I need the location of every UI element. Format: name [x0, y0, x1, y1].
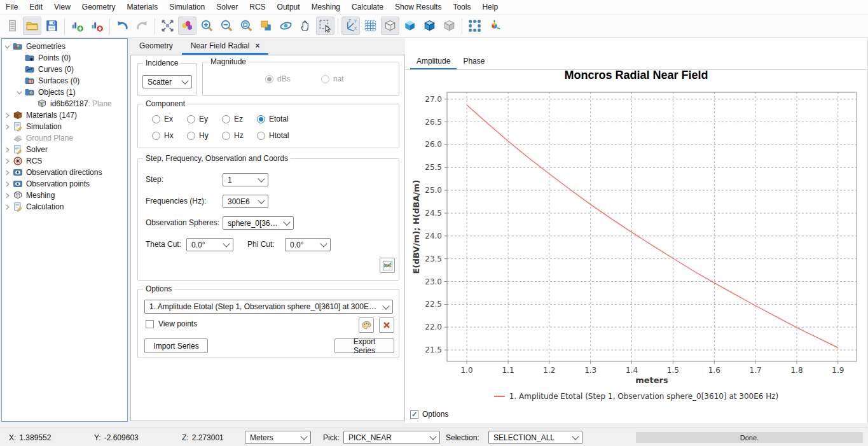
chart-tab-amplitude[interactable]: Amplitude	[410, 54, 457, 69]
chevron-right-icon[interactable]	[2, 147, 12, 153]
menu-meshing[interactable]: Meshing	[306, 3, 346, 11]
chevron-down-icon	[429, 433, 436, 440]
chevron-right-icon[interactable]	[2, 181, 12, 187]
shapes-icon[interactable]	[257, 17, 275, 35]
save-icon[interactable]	[43, 17, 61, 35]
tree-item-observation-points[interactable]: Observation points	[2, 178, 127, 190]
menu-calculate[interactable]: Calculate	[346, 3, 389, 11]
step-select[interactable]: 1	[223, 173, 268, 186]
show-chart-button[interactable]	[380, 258, 395, 273]
chevron-down-icon	[283, 218, 290, 225]
checkbox-checked-icon: ✓	[410, 410, 418, 419]
chevron-right-icon[interactable]	[2, 124, 12, 130]
frequencies-select[interactable]: 300E6	[223, 195, 268, 208]
close-tab-icon[interactable]: ×	[255, 41, 259, 50]
tree-item-materials-147[interactable]: Materials (147)	[2, 109, 127, 121]
menu-edit[interactable]: Edit	[24, 3, 48, 11]
tab-geometry[interactable]: Geometry	[130, 38, 182, 55]
select-icon[interactable]	[316, 17, 334, 35]
selection-select[interactable]: SELECTION_ALL	[488, 431, 582, 444]
component-ez-radio[interactable]: Ez	[222, 115, 257, 123]
tree-item-curves-0[interactable]: Curves (0)	[2, 64, 127, 75]
magnitude-nat-radio[interactable]: nat	[321, 74, 377, 83]
tree-item-surfaces-0[interactable]: Surfaces (0)	[2, 75, 127, 87]
export-series-button[interactable]: Export Series	[334, 338, 394, 353]
manipulator-icon[interactable]	[485, 17, 504, 35]
chevron-down-icon[interactable]	[2, 44, 12, 50]
delete-series-button[interactable]	[379, 317, 394, 333]
menu-tools[interactable]: Tools	[447, 3, 476, 11]
pick-select[interactable]: PICK_NEAR	[343, 431, 440, 444]
chevron-right-icon[interactable]	[2, 193, 12, 199]
open-folder-icon[interactable]	[23, 17, 41, 35]
chevron-right-icon[interactable]	[2, 158, 12, 164]
menu-rcs[interactable]: RCS	[244, 3, 271, 11]
shaded-edges-cube-icon[interactable]	[420, 17, 439, 35]
pan-icon[interactable]	[296, 17, 315, 35]
tree-item-geometries[interactable]: Geometries	[2, 41, 127, 52]
view-points-checkbox[interactable]: View points	[146, 319, 197, 328]
component-hy-radio[interactable]: Hy	[187, 131, 222, 140]
zoom-out-icon[interactable]	[217, 17, 236, 35]
fit-view-icon[interactable]	[158, 17, 177, 35]
tree-item-points-0[interactable]: Points (0)	[2, 52, 127, 64]
component-hx-radio[interactable]: Hx	[152, 131, 187, 140]
chart-tab-phase[interactable]: Phase	[457, 54, 491, 69]
svg-text:27.0: 27.0	[425, 95, 442, 104]
tab-near-field-radial[interactable]: Near Field Radial×	[182, 38, 269, 55]
observation-spheres-select[interactable]: sphere_0[3610]	[223, 216, 294, 230]
menu-solver[interactable]: Solver	[210, 3, 244, 11]
render-solid-icon[interactable]	[178, 17, 196, 35]
menu-show-results[interactable]: Show Results	[389, 3, 447, 11]
units-select[interactable]: Meters	[245, 431, 311, 444]
series-color-button[interactable]	[359, 317, 374, 333]
tree-item-ground-plane[interactable]: Ground Plane	[2, 132, 127, 144]
import-series-button[interactable]: Import Series	[144, 338, 208, 353]
wireframe-cube-icon[interactable]	[381, 17, 399, 35]
menu-help[interactable]: Help	[476, 3, 504, 11]
import-results-icon[interactable]	[68, 17, 86, 35]
redo-icon[interactable]	[133, 17, 151, 35]
hidden-line-cube-icon[interactable]	[440, 17, 458, 35]
undo-icon[interactable]	[113, 17, 132, 35]
series-select[interactable]: 1. Amplitude Etotal (Step 1, Observation…	[144, 300, 393, 314]
phi-cut-select[interactable]: 0.0°	[285, 238, 331, 251]
magnitude-dbs-radio[interactable]: dBs	[265, 74, 321, 83]
menu-view[interactable]: View	[48, 3, 76, 11]
shaded-cube-icon[interactable]	[401, 17, 419, 35]
axes-icon[interactable]: ZYX	[341, 17, 360, 35]
tree-item-rcs[interactable]: RCS	[2, 155, 127, 167]
tree-item-calculation[interactable]: Calculation	[2, 201, 127, 213]
zoom-in-icon[interactable]	[198, 17, 216, 35]
menu-geometry[interactable]: Geometry	[76, 3, 121, 11]
tree-item-id6b62f187[interactable]: id6b62f187 : Plane	[2, 98, 127, 109]
chevron-right-icon[interactable]	[2, 113, 12, 118]
menu-file[interactable]: File	[0, 3, 24, 11]
chevron-right-icon[interactable]	[2, 204, 12, 210]
menu-materials[interactable]: Materials	[121, 3, 164, 11]
tree-item-meshing[interactable]: Meshing	[2, 190, 127, 201]
tree-item-solver[interactable]: Solver	[2, 144, 127, 155]
menu-output[interactable]: Output	[272, 3, 306, 11]
export-results-icon[interactable]	[88, 17, 106, 35]
chevron-down-icon[interactable]	[14, 90, 24, 95]
zoom-window-icon[interactable]	[237, 17, 256, 35]
tree-item-observation-directions[interactable]: Observation directions	[2, 167, 127, 178]
component-etotal-radio[interactable]: Etotal	[257, 115, 289, 123]
theta-cut-select[interactable]: 0.0°	[186, 238, 233, 251]
component-ey-radio[interactable]: Ey	[187, 115, 222, 123]
options-toggle-checkbox[interactable]: ✓ Options	[410, 410, 448, 419]
incidence-select[interactable]: Scatter	[142, 75, 192, 88]
legend-series-label: 1. Amplitude Etotal (Step 1, Observation…	[509, 392, 778, 401]
orbit-icon[interactable]	[277, 17, 295, 35]
tree-item-objects-1[interactable]: Objects (1)	[2, 87, 127, 98]
grid-icon[interactable]	[361, 17, 380, 35]
tree-item-simulation[interactable]: Simulation	[2, 121, 127, 132]
new-file-icon[interactable]	[3, 17, 22, 35]
component-htotal-radio[interactable]: Htotal	[257, 131, 289, 140]
chevron-right-icon[interactable]	[2, 170, 12, 176]
menu-simulation[interactable]: Simulation	[163, 3, 210, 11]
selection-handles-icon[interactable]	[465, 17, 484, 35]
component-ex-radio[interactable]: Ex	[152, 115, 187, 123]
component-hz-radio[interactable]: Hz	[222, 131, 257, 140]
